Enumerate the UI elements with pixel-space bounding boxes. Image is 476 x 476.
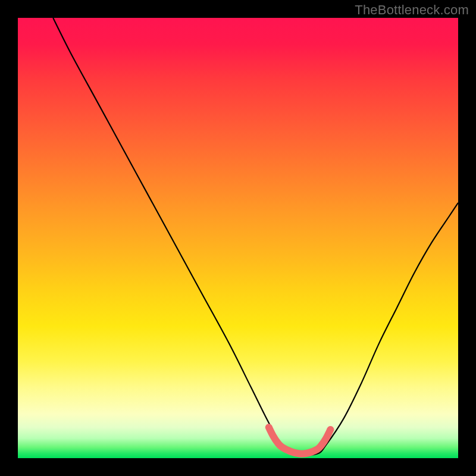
curve-layer xyxy=(18,18,458,458)
watermark-text: TheBottleneck.com xyxy=(355,2,469,18)
chart-frame: TheBottleneck.com xyxy=(0,0,476,476)
plot-area xyxy=(18,18,458,458)
bottleneck-curve xyxy=(53,18,458,455)
sweet-spot-band xyxy=(269,427,331,454)
